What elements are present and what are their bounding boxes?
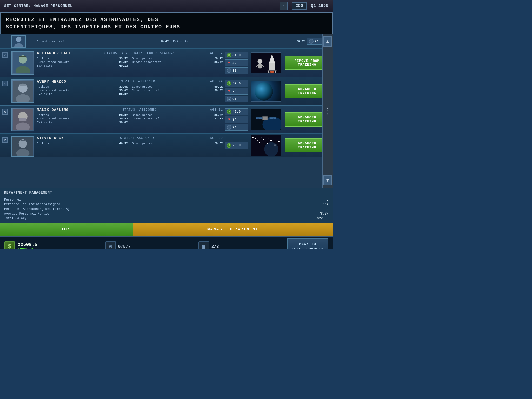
back-to-space-complex-button[interactable]: Back To Space Complex xyxy=(287,238,328,249)
hire-button[interactable]: Hire xyxy=(0,223,133,236)
top-bar: SET Centre: Manage Personnel ☆ 250 Q1.19… xyxy=(0,0,332,12)
svg-point-45 xyxy=(265,141,265,142)
person-image xyxy=(250,79,282,103)
dollar-icon: $ xyxy=(227,81,231,86)
checkbox-col: ✕ xyxy=(2,79,9,103)
person-status: Status: Assigned xyxy=(120,136,154,140)
missions-icon[interactable]: ▣ xyxy=(198,241,209,250)
score-display: 250 xyxy=(292,2,307,10)
skill-box: i 74 xyxy=(225,124,248,131)
money-delta: +2200.3 xyxy=(18,247,37,250)
skill-row: EVA suits 38.8% xyxy=(37,121,128,124)
person-avatar xyxy=(11,51,34,75)
checkbox-col: ✕ xyxy=(2,108,9,131)
person-avatar xyxy=(11,79,34,103)
skill-row: Crewed spacecraft 58.0% xyxy=(132,89,223,92)
dollar-icon: $ xyxy=(227,109,231,114)
person-header: Alexander Call Status: Adv. Train. for 3… xyxy=(37,51,223,55)
person-info: Alexander Call Status: Adv. Train. for 3… xyxy=(37,51,223,75)
gear-icon[interactable]: ⚙ xyxy=(105,241,116,250)
avatar-col xyxy=(11,51,35,75)
missions-value: 2/3 xyxy=(211,244,219,249)
svg-rect-7 xyxy=(251,52,281,73)
dollar-icon: $ xyxy=(227,53,231,57)
person-skills: Rockets 33.6% Space probes 59.0% Human-r… xyxy=(37,85,223,96)
manage-dept-button[interactable]: Manage Department xyxy=(133,223,332,236)
scroll-up-button[interactable]: ▲ xyxy=(323,36,332,47)
person-row: ✕ Avery Herzog Status: Assigned Age 29 R xyxy=(0,77,332,105)
settings-display: ⚙ 0/5/7 xyxy=(105,241,131,250)
scroll-down-button[interactable]: ▼ xyxy=(323,175,332,185)
dollar-icon: $ xyxy=(227,143,231,148)
person-status: Status: Assigned xyxy=(121,80,155,83)
page-indicator: 1/1 xyxy=(327,106,329,116)
svg-rect-6 xyxy=(19,56,26,57)
person-status: Status: Adv. Train. for 3 seasons. xyxy=(104,51,177,55)
money-icon: $ xyxy=(4,241,15,250)
date-display: Q1.1955 xyxy=(311,4,328,8)
dept-value-training: 1/4 xyxy=(317,203,328,206)
brain-icon: i xyxy=(227,68,231,73)
partial-avatar xyxy=(11,35,35,48)
partial-skills: Crewed spacecraft 36.4% EVA suits 26.0% xyxy=(37,40,305,43)
person-checkbox[interactable]: ✕ xyxy=(2,137,8,143)
skill-row: Space probes 59.0% xyxy=(132,85,223,88)
partial-info: Crewed spacecraft 36.4% EVA suits 26.0% xyxy=(37,40,305,43)
svg-rect-29 xyxy=(270,117,276,119)
star-button[interactable]: ☆ xyxy=(280,2,288,10)
bottom-bar: $ 22509.5 +2200.3 ⚙ 0/5/7 ▣ 2/3 Back To … xyxy=(0,236,332,249)
avatar-col xyxy=(11,136,35,155)
dept-value-salary: $229.0 xyxy=(317,217,328,220)
person-age: Age 39 xyxy=(210,136,223,140)
partial-avatar-img xyxy=(11,35,26,48)
person-avatar xyxy=(11,136,34,157)
money-main: 22509.5 xyxy=(18,242,37,247)
salary-box: $ 51.0 xyxy=(225,52,248,58)
dept-label-morale: Average Personnel Morale xyxy=(4,212,313,216)
page-title: SET Centre: Manage Personnel xyxy=(4,4,72,8)
skill-row: Human-rated rockets 30.9% xyxy=(37,117,128,120)
mission-image xyxy=(251,109,281,130)
person-row: ✕ Steven Rock Status: Assigned Age 39 Ro xyxy=(0,134,332,157)
svg-point-16 xyxy=(270,71,274,73)
person-avatar xyxy=(11,108,34,131)
skill-row: Space probes 28.4% xyxy=(132,57,223,60)
person-checkbox[interactable]: ✕ xyxy=(2,52,8,58)
money-display: $ 22509.5 +2200.3 xyxy=(4,241,37,250)
person-checkbox[interactable]: ✕ xyxy=(2,109,8,115)
checkbox-col: ✕ xyxy=(2,51,9,75)
dept-value-personnel: 5 xyxy=(317,198,328,202)
skill-box: i 91 xyxy=(225,96,248,102)
avatar-col xyxy=(11,79,35,103)
svg-point-47 xyxy=(272,143,273,143)
person-skills: Rockets 39.5% Space probes 28.4% Human-r… xyxy=(37,57,223,67)
action-bar: Hire Manage Department xyxy=(0,223,332,236)
dept-grid: Personnel 5 Personnel in Training/Assign… xyxy=(4,198,328,220)
person-info: Avery Herzog Status: Assigned Age 29 Roc… xyxy=(37,79,223,103)
person-row: ✕ Malik Darling Status: Assigned Age 31 xyxy=(0,105,332,134)
person-age: Age 31 xyxy=(210,108,223,112)
person-stats: $ 25.0 xyxy=(225,136,248,155)
person-name: Malik Darling xyxy=(37,108,69,112)
dept-label-training: Personnel in Training/Assigned xyxy=(4,203,313,206)
person-stats: $ 51.0 ♥ 80 i 81 xyxy=(225,51,248,75)
skill-row: Space probes 28.8% xyxy=(132,142,223,145)
person-skills: Rockets 23.8% Space probes 35.2% Human-r… xyxy=(37,114,223,124)
person-name: Alexander Call xyxy=(37,51,71,55)
skill-row: Rockets 23.8% xyxy=(37,114,128,117)
person-age: Age 29 xyxy=(210,80,223,83)
svg-point-44 xyxy=(261,137,262,137)
dept-label-salary: Total Salary xyxy=(4,217,313,220)
money-values: 22509.5 +2200.3 xyxy=(18,242,37,250)
person-checkbox[interactable]: ✕ xyxy=(2,81,8,86)
heart-icon: ♥ xyxy=(227,117,231,122)
svg-rect-13 xyxy=(269,63,275,70)
satellite-image xyxy=(251,109,281,130)
space-image xyxy=(251,135,281,156)
salary-box: $ 52.0 xyxy=(225,80,248,87)
person-name: Avery Herzog xyxy=(37,79,66,84)
skill-row: Human-rated rockets 35.0% xyxy=(37,89,128,92)
svg-rect-9 xyxy=(258,63,262,68)
skill-row: EVA suits 36.8% xyxy=(37,92,128,96)
heart-icon: ♥ xyxy=(227,61,231,65)
